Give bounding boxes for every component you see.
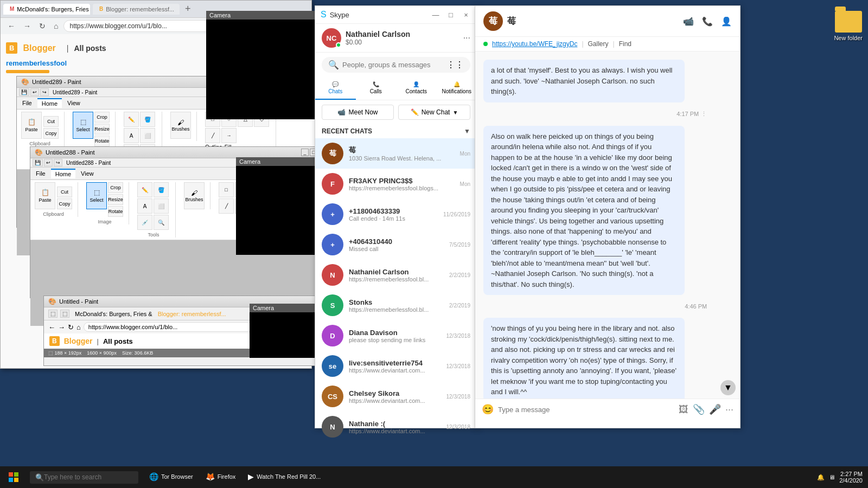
pencil-tool-2[interactable]: ✏️ (137, 182, 152, 197)
back-btn[interactable]: ← (5, 21, 18, 31)
notification-icon[interactable]: 🔔 (817, 474, 825, 481)
quick-save[interactable]: 💾 (19, 88, 29, 96)
taskbar-search-icon: 🔍 (35, 473, 44, 481)
chat-list-item-4[interactable]: N Nathaniel Carlson https://rememeberles… (315, 260, 477, 290)
taskbar-search[interactable]: 🔍 (30, 471, 138, 484)
file-attach-icon[interactable]: 📎 (693, 403, 705, 415)
brushes-btn[interactable]: 🖌 Brushes (170, 112, 191, 139)
brushes-btn-2[interactable]: 🖌 Brushes (184, 182, 205, 209)
quick-redo-2[interactable]: ↪ (54, 159, 62, 166)
quick-undo[interactable]: ↩ (30, 88, 39, 96)
magnifier-tool-2[interactable]: 🔍 (154, 215, 169, 230)
chat-list-item-5[interactable]: S Stonks https://rememeberlessfool.bl...… (315, 290, 477, 320)
emoji-icon[interactable]: 😊 (482, 403, 494, 415)
search-box[interactable]: 🔍 ⋮⋮ (322, 57, 470, 73)
rotate-btn-2[interactable]: Rotate (108, 206, 123, 217)
start-button[interactable] (0, 466, 27, 488)
chat-list-item-1[interactable]: F FR3AKY PRINC3$$ https://rememeberlessf… (315, 169, 477, 199)
text-tool-2[interactable]: A (137, 198, 152, 214)
voice-msg-icon[interactable]: 🎤 (709, 403, 721, 415)
add-contact-icon[interactable]: 👤 (721, 16, 732, 27)
eraser-tool[interactable]: ⬜ (140, 128, 155, 143)
refresh-btn[interactable]: ↻ (36, 21, 48, 31)
home-btn[interactable]: ⌂ (51, 21, 61, 31)
nav-contacts[interactable]: 👤 Contacts (396, 77, 437, 100)
new-folder-icon[interactable]: New folder (834, 11, 863, 41)
resize-btn[interactable]: Resize (94, 124, 110, 134)
paint-view-tab-2[interactable]: View (76, 169, 98, 178)
fill-tool-2[interactable]: 🪣 (154, 182, 169, 197)
shape-arrow[interactable]: → (221, 128, 237, 143)
taskbar-search-input[interactable] (44, 473, 125, 481)
skype-maximize-btn[interactable]: □ (445, 9, 456, 20)
shape-line-2[interactable]: ╱ (219, 198, 234, 214)
taskbar-app-video[interactable]: ▶ Watch The Red Pill 20... (242, 467, 326, 487)
eyedropper-tool-2[interactable]: 💉 (137, 215, 152, 230)
paste-btn-2[interactable]: 📋 Paste (35, 182, 55, 209)
fill-tool[interactable]: 🪣 (140, 112, 155, 127)
paint-file-tab-2[interactable]: File (31, 169, 50, 178)
pencil-tool[interactable]: ✏️ (124, 112, 139, 127)
paint-view-tab[interactable]: View (63, 99, 85, 107)
desktop-icon-taskbar[interactable]: 🖥 (829, 474, 835, 480)
gallery-link[interactable]: Gallery (588, 40, 609, 48)
copy-btn-1[interactable]: Copy (43, 128, 59, 139)
more-options-btn[interactable]: ··· (463, 33, 470, 43)
more-options-input-icon[interactable]: ··· (725, 404, 733, 415)
select-btn-1[interactable]: ⬚ Select (73, 112, 93, 139)
chat-time-7: 12/3/2018 (446, 363, 471, 369)
taskbar-app-tor[interactable]: 🌐 Tor Browser (144, 467, 199, 487)
forward-btn[interactable]: → (21, 21, 34, 31)
nav-calls[interactable]: 📞 Calls (356, 77, 397, 100)
chat-list-item-8[interactable]: CS Chelsey Sikora https://www.deviantart… (315, 381, 477, 412)
chat-list-item-7[interactable]: se live:sensitiveterrie754 https://www.d… (315, 351, 477, 381)
text-tool[interactable]: A (124, 128, 139, 143)
chat-info-5: Stonks https://rememeberlessfool.bl... (349, 298, 444, 313)
select-btn-2[interactable]: ⬚ Select (86, 182, 107, 209)
cut-btn-2[interactable]: Cut (57, 187, 72, 197)
shape-line[interactable]: ╱ (205, 128, 220, 143)
copy-btn-2[interactable]: Copy (57, 198, 72, 209)
chat-list-item-2[interactable]: + +118004633339 Call ended · 14m 11s 11/… (315, 199, 477, 229)
quick-save-2[interactable]: 💾 (33, 159, 43, 166)
shape-rect-2[interactable]: □ (219, 182, 234, 197)
meet-now-btn[interactable]: 📹 Meet Now (322, 105, 394, 120)
paint-home-tab[interactable]: Home (37, 98, 62, 108)
skype-minimize-btn[interactable]: — (430, 9, 441, 20)
youtube-link[interactable]: https://youtu.be/WFE_jizgyDc (492, 40, 577, 48)
nav-chats[interactable]: 💬 Chats (315, 77, 356, 100)
video-call-icon[interactable]: 📹 (683, 16, 694, 27)
taskbar-app-firefox[interactable]: 🦊 Firefox (200, 467, 241, 487)
chat-list-item-6[interactable]: D Diana Davison please stop sending me l… (315, 320, 477, 351)
chat-list-item-9[interactable]: N Nathanie :( https://www.deviantart.com… (315, 412, 477, 442)
chat-list-item-0[interactable]: 莓 莓 1030 Sierra Road West. Helena, ... M… (315, 138, 477, 169)
recent-chats-chevron[interactable]: ▼ (464, 127, 470, 135)
voice-call-icon[interactable]: 📞 (702, 16, 713, 27)
chat-input[interactable] (498, 406, 674, 414)
crop-btn[interactable]: Crop (94, 112, 110, 123)
paint-home-tab-2[interactable]: Home (51, 169, 75, 178)
search-input[interactable] (342, 61, 443, 69)
resize-btn-2[interactable]: Resize (108, 194, 123, 205)
desktop: M McDonald's: Burgers, Fries & × B Blogg… (0, 0, 868, 488)
browser-tab-blogger[interactable]: B Blogger: rememberlessf... × (93, 4, 180, 15)
find-link[interactable]: Find (619, 40, 631, 48)
paint-file-tab[interactable]: File (18, 99, 36, 107)
nav-notifications[interactable]: 🔔 Notifications (437, 77, 477, 100)
skype-close-btn[interactable]: × (461, 9, 471, 20)
scroll-down-btn[interactable]: ▼ (720, 380, 736, 395)
eraser-tool-2[interactable]: ⬜ (154, 198, 169, 214)
paint-minimize-2[interactable]: _ (301, 149, 309, 156)
crop-btn-2[interactable]: Crop (108, 182, 123, 193)
cut-btn[interactable]: Cut (43, 116, 59, 127)
quick-redo[interactable]: ↪ (40, 88, 49, 96)
chat-list-item-3[interactable]: + +4064310440 Missed call 7/5/2019 (315, 229, 477, 260)
browser-tab-mcdonalds[interactable]: M McDonald's: Burgers, Fries & × (3, 4, 90, 15)
image-attach-icon[interactable]: 🖼 (679, 404, 688, 415)
new-chat-btn[interactable]: ✏️ New Chat ▼ (398, 105, 470, 120)
quick-undo-2[interactable]: ↩ (44, 159, 53, 166)
rotate-btn[interactable]: Rotate (94, 136, 110, 146)
paste-btn[interactable]: 📋 Paste (21, 112, 42, 139)
grid-icon[interactable]: ⋮⋮ (446, 60, 464, 70)
more-options-icon[interactable]: ⋮ (701, 111, 707, 118)
